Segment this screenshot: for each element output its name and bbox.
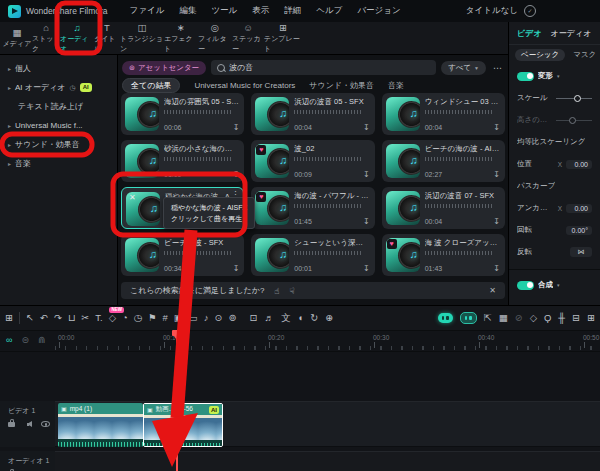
audio-card[interactable]: ♫♥海 波 クローズアップ 01 - A...01:43↧ <box>382 234 505 276</box>
download-icon[interactable]: ↧ <box>233 123 240 132</box>
properties-tab-オーディオ[interactable]: オーディオ <box>551 28 592 39</box>
beat-detect-icon[interactable]: ♬ <box>264 312 274 324</box>
result-tab[interactable]: サウンド・効果音 <box>309 80 374 91</box>
slider-knob[interactable] <box>569 117 576 124</box>
safe-area-icon[interactable]: ◇ <box>530 312 537 324</box>
redo-icon[interactable]: ↷ <box>54 312 62 324</box>
audio-card[interactable]: ♫シューッという深い波 - AISFX00:01↧ <box>251 234 374 276</box>
menu-item[interactable]: ファイル <box>130 5 165 17</box>
audio-mixer-icon[interactable]: ╫ <box>558 312 565 324</box>
download-icon[interactable]: ↧ <box>363 264 370 273</box>
audio-card[interactable]: ♫砂浜の小さな海の波 - AIS...01:09↧ <box>121 140 244 182</box>
sidebar-item-text-to-speech[interactable]: テキスト読み上げ <box>0 97 117 116</box>
sidebar-item-music[interactable]: ▸音楽 <box>0 154 117 173</box>
proxy-icon[interactable]: ⊘ <box>515 312 523 324</box>
download-icon[interactable]: ↧ <box>493 217 500 226</box>
download-icon[interactable]: ↧ <box>493 123 500 132</box>
cloud-sync-icon[interactable]: ✓ <box>524 5 536 17</box>
download-icon[interactable]: ↧ <box>233 170 240 179</box>
layout-icon[interactable]: ⊞ <box>587 312 595 324</box>
chroma-key-icon[interactable]: ▣ <box>174 312 183 324</box>
slider[interactable] <box>556 98 592 99</box>
ai-copilot-icon[interactable] <box>438 313 453 323</box>
mute-icon[interactable] <box>24 421 32 427</box>
sidebar-item-sound-effects[interactable]: ▸サウンド・効果音 <box>0 135 117 154</box>
download-icon[interactable]: ↧ <box>363 123 370 132</box>
speed-ramp-icon[interactable]: ◔ <box>122 312 128 324</box>
menu-item[interactable]: 詳細 <box>284 5 301 17</box>
denoise-icon[interactable]: ⊡ <box>250 312 258 324</box>
slider[interactable] <box>556 120 592 121</box>
tab-stock[interactable]: ⌂ストック <box>32 22 60 54</box>
audio-card[interactable]: ♫ビーチの海の波 - AISFX02:27↧ <box>382 140 505 182</box>
more-options-button[interactable]: ⋯ <box>491 63 504 73</box>
result-tab[interactable]: Universal Music for Creators <box>194 81 295 90</box>
value-field[interactable]: 0.00° <box>566 226 592 235</box>
duplicate-icon[interactable]: ⊟ <box>572 312 580 324</box>
flip-button[interactable]: ⋈ <box>570 247 592 257</box>
text-tool-icon[interactable]: T. <box>95 312 102 324</box>
sidebar-item-ai-audio[interactable]: ▸AI オーディオ◷AI <box>0 78 117 97</box>
snap-icon[interactable]: ⊜ <box>21 335 29 345</box>
ghost-preview-icon[interactable]: ⋒ <box>38 335 46 345</box>
properties-tab-ビデオ[interactable]: ビデオ <box>517 28 542 39</box>
select-tool-icon[interactable]: ↖ <box>26 312 34 324</box>
export-frame-icon[interactable]: ⇱ <box>484 312 492 324</box>
split-icon[interactable]: ✂ <box>81 312 89 324</box>
delete-icon[interactable]: ⊔ <box>68 312 75 324</box>
tab-media[interactable]: ▦メディア <box>2 22 32 54</box>
undo-icon[interactable]: ↶ <box>40 312 48 324</box>
audio-card[interactable]: ♫♥海の波 - パワフル - AISFX01:45↧ <box>251 187 374 229</box>
enhance-icon[interactable]: ⊚ <box>229 312 237 324</box>
download-icon[interactable]: ↧ <box>493 264 500 273</box>
audio-card[interactable]: ♫浜辺の波音 05 - SFX00:04↧ <box>251 93 374 135</box>
video-track-lane[interactable]: ▣mp4 (1)▣動画...-58-56AI <box>55 401 600 447</box>
asset-center-button[interactable]: ⊛ アセットセンター <box>122 61 206 75</box>
slider-knob[interactable] <box>574 95 581 102</box>
audio-card[interactable]: ♫♥波_0200:09↧ <box>251 140 374 182</box>
auto-caption-icon[interactable]: 文 <box>281 312 291 324</box>
menu-item[interactable]: ヘルプ <box>316 5 342 17</box>
snapshot-icon[interactable]: ▦ <box>499 312 508 324</box>
mask-tool-icon[interactable]: ◖ <box>297 312 303 324</box>
download-icon[interactable]: ↧ <box>493 170 500 179</box>
properties-subtab[interactable]: ベーシック <box>515 49 565 61</box>
menu-item[interactable]: ツール <box>211 5 237 17</box>
timeline-ruler[interactable]: ∞ ⊜ ⋒ 00:0000:1000:2000:3000:4000:50 <box>0 331 600 352</box>
value-field[interactable]: 0.00 <box>566 160 592 169</box>
marker-icon[interactable]: ⚑ <box>148 312 157 324</box>
toggle-switch[interactable] <box>517 72 534 81</box>
audio-card[interactable]: ♫海辺の雰囲気 05 - SFX00:06↧ <box>121 93 244 135</box>
ai-assistant-icon[interactable] <box>460 312 477 324</box>
tab-stickers[interactable]: ☺ステッカー <box>232 22 264 54</box>
video-clip[interactable]: ▣mp4 (1) <box>58 403 143 447</box>
tab-effects[interactable]: ∗エフェクト <box>164 22 198 54</box>
filter-all-button[interactable]: すべて ▼ <box>441 61 486 75</box>
tab-templates[interactable]: ⊞テンプレート <box>264 22 302 54</box>
download-icon[interactable]: ↧ <box>233 264 240 273</box>
subtitle-icon[interactable]: ▭ <box>189 312 198 324</box>
rotate-icon[interactable]: ↻ <box>310 312 318 324</box>
thumb-down-icon[interactable]: ☟ <box>290 286 295 296</box>
menu-item[interactable]: 表示 <box>252 5 269 17</box>
voiceover-icon[interactable]: Ϙ <box>544 312 551 324</box>
thumb-up-icon[interactable]: ☝ <box>274 286 279 296</box>
menu-item[interactable]: バージョン <box>357 5 400 17</box>
tab-titles[interactable]: Tタイトル <box>94 22 120 54</box>
crop-icon[interactable]: # <box>163 312 168 324</box>
menu-item[interactable]: 編集 <box>179 5 196 17</box>
audio-stretch-icon[interactable]: ♪ <box>204 312 209 324</box>
video-clip[interactable]: ▣動画...-58-56AI <box>143 403 223 447</box>
audio-card[interactable]: ♫ビーチの波 - SFX00:34↧ <box>121 234 244 276</box>
track-manager-icon[interactable]: ⊞ <box>5 312 13 324</box>
lock-icon[interactable] <box>8 422 15 427</box>
timer-icon[interactable]: ◷ <box>134 312 142 324</box>
motion-track-icon[interactable]: ⊙ <box>215 312 223 324</box>
toggle-switch[interactable] <box>517 281 534 290</box>
sidebar-item-personal[interactable]: ▸個人 <box>0 59 117 78</box>
audio-card[interactable]: ♫ウィンドシュー 03 - SFX00:04↧ <box>382 93 505 135</box>
auto-reframe-icon[interactable]: ⊕ <box>325 312 333 324</box>
value-field[interactable]: 0.00 <box>566 204 592 213</box>
properties-subtab[interactable]: マスク <box>573 50 596 60</box>
download-icon[interactable]: ↧ <box>363 217 370 226</box>
